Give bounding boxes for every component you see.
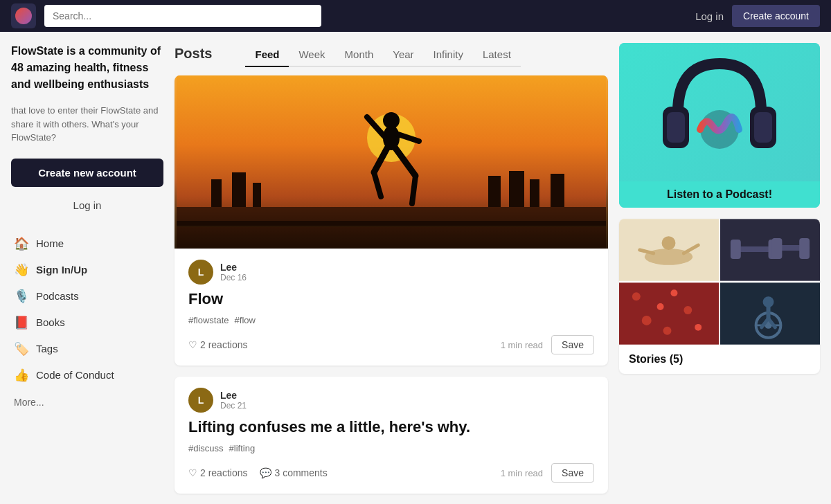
podcast-label: Listen to a Podcast! xyxy=(619,181,820,208)
svg-rect-18 xyxy=(177,221,606,226)
svg-line-17 xyxy=(412,176,416,204)
stories-card: Stories (5) xyxy=(619,219,820,374)
svg-point-40 xyxy=(657,303,664,310)
tag-flow[interactable]: #flow xyxy=(235,315,256,325)
stories-header: Stories (5) xyxy=(619,345,820,374)
header: Log in Create account xyxy=(0,0,831,32)
sidebar-item-conduct-label: Code of Conduct xyxy=(36,369,114,381)
svg-rect-3 xyxy=(211,179,222,207)
story-svg-1 xyxy=(619,219,719,281)
tag-lifting[interactable]: #lifting xyxy=(229,443,256,453)
tab-infinity[interactable]: Infinity xyxy=(424,43,473,67)
post-right-2: 1 min read Save xyxy=(501,463,594,483)
reaction-button-1[interactable]: ♡ 2 reactions xyxy=(188,339,247,350)
svg-point-11 xyxy=(383,112,400,129)
community-tagline: that love to enter their FlowState and s… xyxy=(11,104,163,145)
sidebar-item-books[interactable]: 📕 Books xyxy=(11,309,163,336)
svg-rect-7 xyxy=(509,171,524,207)
post-meta-2: L Lee Dec 21 xyxy=(188,388,594,413)
tag-flowstate[interactable]: #flowstate xyxy=(188,315,229,325)
podcast-image xyxy=(619,43,820,181)
story-svg-3 xyxy=(619,282,719,345)
svg-rect-6 xyxy=(488,176,501,207)
search-input[interactable] xyxy=(44,5,321,27)
post-reactions-1: ♡ 2 reactions xyxy=(188,339,247,350)
post-card-1: L Lee Dec 16 Flow #flowstate #flow ♡ 2 xyxy=(175,75,608,366)
sidebar-item-home[interactable]: 🏠 Home xyxy=(11,231,163,257)
post-footer-1: ♡ 2 reactions 1 min read Save xyxy=(188,335,594,354)
more-link[interactable]: More... xyxy=(11,391,163,413)
svg-rect-2 xyxy=(177,207,606,249)
svg-point-28 xyxy=(662,236,676,250)
save-button-1[interactable]: Save xyxy=(551,335,594,354)
login-button[interactable]: Log in xyxy=(695,10,724,22)
save-button-2[interactable]: Save xyxy=(551,463,594,483)
sidebar-item-conduct[interactable]: 👍 Code of Conduct xyxy=(11,362,163,388)
post-date-2: Dec 21 xyxy=(220,401,247,411)
stories-img-2 xyxy=(720,219,820,281)
tab-feed[interactable]: Feed xyxy=(245,43,289,67)
right-sidebar: Listen to a Podcast! xyxy=(619,43,820,504)
post-author-1[interactable]: Lee xyxy=(220,262,247,273)
tab-year[interactable]: Year xyxy=(383,43,423,67)
create-account-button[interactable]: Create account xyxy=(732,5,820,27)
posts-title: Posts xyxy=(175,46,212,62)
reaction-count-2: 2 reactions xyxy=(200,467,247,478)
stories-img-3 xyxy=(619,282,719,345)
logo-icon xyxy=(15,8,32,24)
post-title-1[interactable]: Flow xyxy=(188,290,594,308)
podcast-card[interactable]: Listen to a Podcast! xyxy=(619,43,820,208)
nav-list: 🏠 Home 👋 Sign In/Up 🎙️ Podcasts 📕 Books … xyxy=(11,231,163,388)
svg-rect-4 xyxy=(232,172,246,207)
svg-rect-22 xyxy=(667,112,685,143)
logo xyxy=(11,3,36,28)
post-tags-2: #discuss #lifting xyxy=(188,443,594,453)
headphones-svg xyxy=(650,50,789,174)
svg-point-42 xyxy=(670,289,677,296)
post-hero-image-1 xyxy=(175,75,608,249)
community-description-bold: FlowState is a community of 48 amazing h… xyxy=(11,45,161,90)
sidebar-item-tags[interactable]: 🏷️ Tags xyxy=(11,336,163,362)
post-meta-1: L Lee Dec 16 xyxy=(188,260,594,285)
tab-week[interactable]: Week xyxy=(289,43,334,67)
sidebar-item-books-label: Books xyxy=(36,316,65,328)
post-right-1: 1 min read Save xyxy=(501,335,594,354)
comment-button-2[interactable]: 💬 3 comments xyxy=(260,467,327,478)
tab-nav: Feed Week Month Year Infinity Latest xyxy=(245,43,520,67)
read-time-2: 1 min read xyxy=(501,468,543,478)
svg-rect-33 xyxy=(731,240,741,259)
tab-month[interactable]: Month xyxy=(335,43,384,67)
books-icon: 📕 xyxy=(14,315,29,330)
stories-title[interactable]: Stories (5) xyxy=(629,353,683,366)
post-author-2[interactable]: Lee xyxy=(220,390,247,401)
sidebar-item-signin[interactable]: 👋 Sign In/Up xyxy=(11,257,163,283)
tab-latest[interactable]: Latest xyxy=(473,43,521,67)
stories-img-4 xyxy=(720,282,820,345)
post-author-date-2: Lee Dec 21 xyxy=(220,390,247,411)
stories-img-1 xyxy=(619,219,719,281)
reaction-button-2[interactable]: ♡ 2 reactions xyxy=(188,467,247,478)
post-date-1: Dec 16 xyxy=(220,273,247,282)
svg-rect-8 xyxy=(530,179,539,207)
create-new-account-button[interactable]: Create new account xyxy=(11,159,163,187)
tag-discuss[interactable]: #discuss xyxy=(188,443,224,453)
post-author-date-1: Lee Dec 16 xyxy=(220,262,247,282)
post-tags-1: #flowstate #flow xyxy=(188,315,594,325)
post-card-2: L Lee Dec 21 Lifting confuses me a littl… xyxy=(175,377,608,494)
post-reactions-2: ♡ 2 reactions 💬 3 comments xyxy=(188,467,328,478)
sidebar-login-button[interactable]: Log in xyxy=(11,194,163,217)
svg-rect-9 xyxy=(551,174,564,207)
podcast-icon: 🎙️ xyxy=(14,289,29,304)
post-title-2[interactable]: Lifting confuses me a little, here's why… xyxy=(188,418,594,436)
avatar-1: L xyxy=(188,260,213,285)
sidebar-item-podcasts[interactable]: 🎙️ Podcasts xyxy=(11,283,163,309)
post-footer-2: ♡ 2 reactions 💬 3 comments 1 min read Sa… xyxy=(188,463,594,483)
thumbsup-icon: 👍 xyxy=(14,368,29,383)
tags-icon: 🏷️ xyxy=(14,341,29,357)
svg-rect-5 xyxy=(253,183,261,207)
svg-rect-36 xyxy=(771,238,782,259)
avatar-2: L xyxy=(188,388,213,413)
main-layout: FlowState is a community of 48 amazing h… xyxy=(0,32,831,504)
stories-grid xyxy=(619,219,820,345)
svg-rect-38 xyxy=(619,282,719,344)
